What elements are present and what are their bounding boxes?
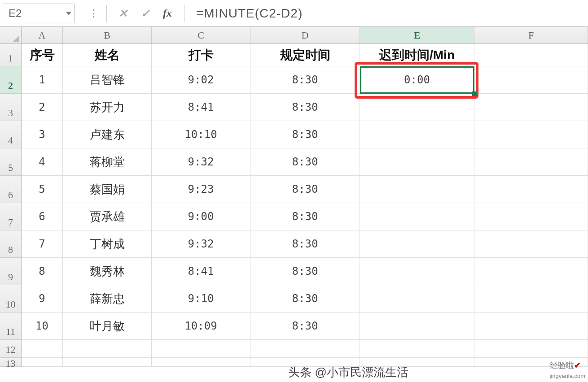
cell[interactable] [474, 121, 588, 148]
cell[interactable] [63, 358, 152, 367]
cell[interactable] [22, 358, 63, 367]
fx-icon[interactable]: fx [158, 4, 178, 22]
col-header-E[interactable]: E [360, 27, 474, 43]
cell[interactable]: 8:30 [250, 148, 360, 176]
cell[interactable] [474, 176, 588, 203]
row-header[interactable]: 13 [0, 358, 22, 367]
cell[interactable]: 4 [22, 148, 63, 176]
row-header[interactable]: 8 [0, 230, 22, 258]
dropdown-icon[interactable] [66, 12, 71, 15]
cell[interactable]: 7 [22, 230, 63, 258]
cell[interactable]: 10:10 [152, 121, 250, 148]
cell[interactable]: 叶月敏 [63, 313, 152, 340]
cell[interactable]: 6 [22, 203, 63, 230]
cell[interactable] [360, 148, 474, 176]
cell[interactable] [474, 230, 588, 258]
cell[interactable]: 9:23 [152, 176, 250, 203]
cell[interactable]: 吕智锋 [63, 66, 152, 94]
row-header[interactable]: 5 [0, 148, 22, 176]
col-header-F[interactable]: F [474, 27, 588, 43]
cell[interactable]: 姓名 [63, 44, 152, 66]
cell[interactable]: 8:30 [250, 313, 360, 340]
cell[interactable]: 迟到时间/Min [360, 44, 474, 66]
cell[interactable] [360, 176, 474, 203]
cell[interactable]: 9:02 [152, 66, 250, 94]
cell[interactable]: 8:41 [152, 258, 250, 285]
row-header[interactable]: 4 [0, 121, 22, 148]
cell[interactable]: 8:30 [250, 121, 360, 148]
cell[interactable] [63, 340, 152, 358]
cell[interactable] [474, 148, 588, 176]
cell[interactable]: 蔡国娟 [63, 176, 152, 203]
cell[interactable]: 蒋柳堂 [63, 148, 152, 176]
col-header-D[interactable]: D [250, 27, 360, 43]
cell[interactable]: 3 [22, 121, 63, 148]
cell[interactable]: 8:30 [250, 258, 360, 285]
confirm-icon[interactable]: ✓ [136, 4, 155, 22]
cell[interactable] [474, 285, 588, 313]
cell[interactable] [474, 258, 588, 285]
cell[interactable] [360, 121, 474, 148]
cell[interactable]: 贾承雄 [63, 203, 152, 230]
cell[interactable]: 9:00 [152, 203, 250, 230]
row-header[interactable]: 11 [0, 313, 22, 340]
cell[interactable]: 9:32 [152, 148, 250, 176]
cell[interactable] [474, 66, 588, 94]
cell[interactable]: 1 [22, 66, 63, 94]
cell[interactable]: 丁树成 [63, 230, 152, 258]
cell-reference-box[interactable]: E2 [3, 4, 75, 23]
cell[interactable]: 2 [22, 94, 63, 121]
cell[interactable]: 8 [22, 258, 63, 285]
cell[interactable]: 魏秀林 [63, 258, 152, 285]
cell[interactable] [360, 285, 474, 313]
row-header[interactable]: 9 [0, 258, 22, 285]
cell[interactable]: 薛新忠 [63, 285, 152, 313]
row-header[interactable]: 6 [0, 176, 22, 203]
cell[interactable] [474, 203, 588, 230]
col-header-C[interactable]: C [152, 27, 250, 43]
cell[interactable] [474, 94, 588, 121]
cell[interactable]: 10:09 [152, 313, 250, 340]
row-header[interactable]: 7 [0, 203, 22, 230]
cell[interactable] [22, 340, 63, 358]
cell[interactable]: 苏开力 [63, 94, 152, 121]
cell[interactable]: 9:32 [152, 230, 250, 258]
col-header-A[interactable]: A [22, 27, 63, 43]
cell[interactable] [250, 340, 360, 358]
cell[interactable] [360, 313, 474, 340]
select-all-corner[interactable] [0, 27, 22, 43]
cell[interactable]: 9:10 [152, 285, 250, 313]
cell[interactable] [360, 203, 474, 230]
cell[interactable] [474, 44, 588, 66]
row-header[interactable]: 1 [0, 44, 22, 66]
cell[interactable] [474, 313, 588, 340]
row-header[interactable]: 12 [0, 340, 22, 358]
cancel-icon[interactable]: ✕ [113, 4, 133, 22]
cell[interactable] [152, 358, 250, 367]
more-icon[interactable]: ⋮ [88, 4, 100, 22]
cell[interactable]: 规定时间 [250, 44, 360, 66]
cell[interactable] [152, 340, 250, 358]
cell[interactable] [360, 258, 474, 285]
formula-input[interactable] [191, 4, 585, 23]
cell[interactable]: 8:30 [250, 176, 360, 203]
col-header-B[interactable]: B [63, 27, 152, 43]
row-header[interactable]: 10 [0, 285, 22, 313]
cell[interactable]: 8:30 [250, 203, 360, 230]
cell[interactable] [360, 340, 474, 358]
row-header[interactable]: 2 [0, 66, 22, 94]
cell[interactable] [474, 340, 588, 358]
cell[interactable]: 9 [22, 285, 63, 313]
cell[interactable]: 打卡 [152, 44, 250, 66]
cell[interactable]: 8:30 [250, 66, 360, 94]
cell[interactable]: 序号 [22, 44, 63, 66]
cell[interactable] [360, 94, 474, 121]
cell[interactable] [360, 230, 474, 258]
cell[interactable]: 8:30 [250, 230, 360, 258]
cell[interactable]: 10 [22, 313, 63, 340]
row-header[interactable]: 3 [0, 94, 22, 121]
cell[interactable]: 8:30 [250, 94, 360, 121]
cell[interactable]: 卢建东 [63, 121, 152, 148]
cell-E2[interactable]: 0:00 [360, 66, 474, 94]
cell[interactable]: 5 [22, 176, 63, 203]
